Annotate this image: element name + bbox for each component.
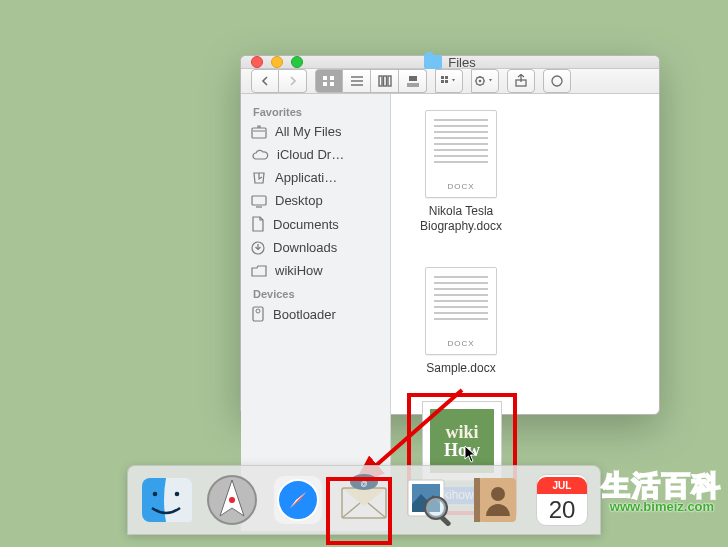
- svg-rect-7: [379, 76, 382, 86]
- finder-titlebar[interactable]: Files: [241, 56, 659, 69]
- svg-point-32: [229, 497, 235, 503]
- svg-point-29: [175, 492, 180, 497]
- nav-back-forward: [251, 69, 307, 93]
- dock-item-preview[interactable]: [404, 474, 456, 526]
- file-name: Sample.docx: [426, 361, 495, 376]
- svg-rect-9: [388, 76, 391, 86]
- svg-point-42: [426, 498, 446, 518]
- sidebar-item-label: Downloads: [273, 240, 337, 255]
- sidebar-heading-devices: Devices: [241, 282, 390, 302]
- docx-badge: DOCX: [447, 339, 474, 354]
- dock-item-launchpad[interactable]: [206, 474, 258, 526]
- svg-rect-10: [409, 76, 417, 81]
- svg-point-25: [256, 309, 260, 313]
- svg-rect-15: [441, 80, 444, 83]
- sidebar-item-label: Applicati…: [275, 170, 337, 185]
- calendar-day: 20: [549, 494, 576, 524]
- view-icon-button[interactable]: [315, 69, 343, 93]
- file-item[interactable]: DOCX Sample.docx: [407, 267, 515, 379]
- share-button[interactable]: [507, 69, 535, 93]
- svg-rect-2: [323, 82, 327, 86]
- sidebar-item-documents[interactable]: Documents: [241, 212, 390, 236]
- downloads-icon: [251, 241, 265, 255]
- sidebar-item-wikihow[interactable]: wikiHow: [241, 259, 390, 282]
- svg-rect-1: [330, 76, 334, 80]
- sidebar-item-desktop[interactable]: Desktop: [241, 189, 390, 212]
- docx-thumb: DOCX: [425, 110, 497, 198]
- svg-point-28: [153, 492, 158, 497]
- window-title-text: Files: [448, 55, 475, 70]
- sidebar-heading-favorites: Favorites: [241, 100, 390, 120]
- svg-rect-22: [252, 196, 266, 205]
- svg-point-46: [491, 487, 505, 501]
- icloud-icon: [251, 149, 269, 161]
- tags-button[interactable]: [543, 69, 571, 93]
- sidebar-item-label: iCloud Dr…: [277, 147, 344, 162]
- sidebar-item-label: Documents: [273, 217, 339, 232]
- sidebar-item-bootloader[interactable]: Bootloader: [241, 302, 390, 326]
- sidebar-item-downloads[interactable]: Downloads: [241, 236, 390, 259]
- sidebar-item-label: All My Files: [275, 124, 341, 139]
- svg-rect-0: [323, 76, 327, 80]
- svg-point-18: [479, 80, 482, 83]
- file-name: Nikola Tesla Biography.docx: [407, 204, 515, 234]
- file-item[interactable]: DOCX Nikola Tesla Biography.docx: [407, 110, 515, 237]
- sidebar-item-applications[interactable]: Applicati…: [241, 166, 390, 189]
- applications-icon: [251, 171, 267, 185]
- view-switcher: [315, 69, 427, 93]
- svg-rect-21: [252, 128, 266, 138]
- arrange-dropdown[interactable]: [435, 69, 463, 93]
- disk-icon: [251, 306, 265, 322]
- finder-window: Files: [240, 55, 660, 415]
- docx-thumb: DOCX: [425, 267, 497, 355]
- calendar-month: JUL: [537, 477, 587, 494]
- arrange-group: [435, 69, 463, 93]
- documents-icon: [251, 216, 265, 232]
- dock-highlight-box: [326, 477, 392, 545]
- view-column-button[interactable]: [371, 69, 399, 93]
- svg-rect-45: [474, 478, 480, 522]
- svg-rect-14: [445, 76, 448, 79]
- cursor-icon: [464, 445, 478, 463]
- svg-point-20: [552, 76, 562, 86]
- action-dropdown[interactable]: [471, 69, 499, 93]
- window-title: Files: [241, 55, 659, 70]
- folder-icon: [424, 55, 442, 69]
- folder-icon: [251, 265, 267, 277]
- finder-toolbar: [241, 69, 659, 94]
- dock-item-safari[interactable]: [272, 474, 324, 526]
- action-group: [471, 69, 499, 93]
- forward-button[interactable]: [279, 69, 307, 93]
- dock-item-contacts[interactable]: [470, 474, 522, 526]
- dock-item-finder[interactable]: [140, 474, 192, 526]
- wikihow-logo-icon: wiki How: [430, 409, 494, 473]
- sidebar-item-all-my-files[interactable]: All My Files: [241, 120, 390, 143]
- svg-rect-3: [330, 82, 334, 86]
- svg-rect-13: [441, 76, 444, 79]
- svg-rect-16: [445, 80, 448, 83]
- svg-rect-8: [383, 76, 386, 86]
- sidebar-item-label: wikiHow: [275, 263, 323, 278]
- sidebar-item-icloud[interactable]: iCloud Dr…: [241, 143, 390, 166]
- back-button[interactable]: [251, 69, 279, 93]
- sidebar-item-label: Desktop: [275, 193, 323, 208]
- view-list-button[interactable]: [343, 69, 371, 93]
- desktop-icon: [251, 194, 267, 208]
- dock-item-calendar[interactable]: JUL 20: [536, 474, 588, 526]
- all-my-files-icon: [251, 125, 267, 139]
- sidebar-item-label: Bootloader: [273, 307, 336, 322]
- docx-badge: DOCX: [447, 182, 474, 197]
- view-coverflow-button[interactable]: [399, 69, 427, 93]
